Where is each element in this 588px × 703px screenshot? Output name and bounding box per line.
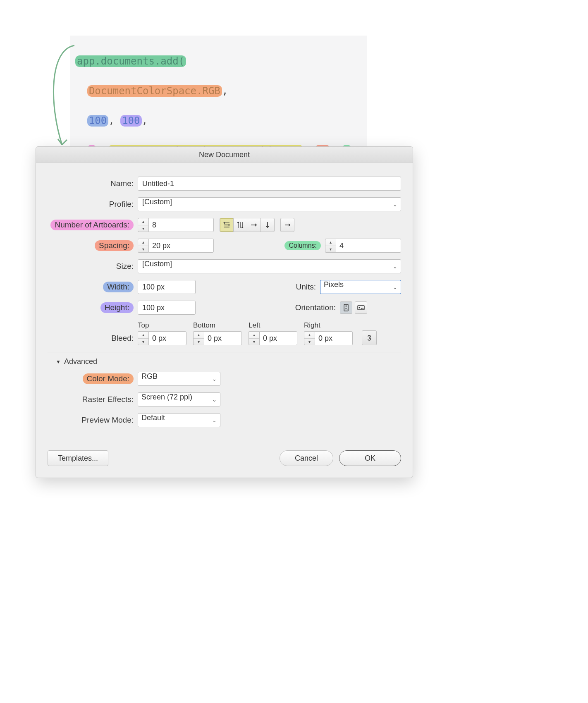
rtl-arrow-icon[interactable] — [280, 218, 294, 232]
preview-value: Default — [141, 414, 165, 422]
columns-label: Columns: — [284, 241, 321, 250]
bleed-bottom-header: Bottom — [193, 321, 215, 330]
advanced-disclosure[interactable]: ▼ Advanced — [56, 357, 401, 366]
bleed-top-header: Top — [138, 321, 149, 330]
code-width: 100 — [87, 115, 108, 127]
artboard-layout-group — [220, 218, 275, 232]
grid-by-col-icon[interactable] — [233, 218, 247, 232]
spacing-stepper[interactable]: ▴▾ — [138, 239, 214, 253]
chevron-down-icon[interactable]: ▾ — [138, 246, 148, 253]
chevron-down-icon: ⌄ — [212, 417, 217, 423]
chevron-down-icon[interactable]: ▾ — [138, 339, 148, 345]
templates-button[interactable]: Templates... — [48, 450, 108, 466]
chevron-up-icon[interactable]: ▴ — [325, 239, 336, 246]
code-colorspace: DocumentColorSpace.RGB — [87, 85, 222, 97]
grid-by-row-icon[interactable] — [220, 218, 234, 232]
size-label: Size: — [48, 262, 138, 271]
dialog-title: New Document — [36, 147, 413, 163]
new-document-dialog: New Document Name: Profile: [Custom] ⌄ N… — [36, 146, 413, 478]
orientation-label: Orientation: — [295, 303, 340, 312]
advanced-label: Advanced — [64, 357, 97, 366]
profile-select[interactable]: [Custom] ⌄ — [138, 197, 401, 211]
bleed-left-stepper[interactable]: ▴▾ — [249, 331, 297, 345]
code-fn: app.documents.add( — [75, 55, 186, 67]
chevron-up-icon[interactable]: ▴ — [304, 332, 315, 339]
artboards-stepper[interactable]: ▴▾ — [138, 218, 214, 232]
bleed-top-stepper[interactable]: ▴▾ — [138, 331, 186, 345]
bleed-left-header: Left — [249, 321, 260, 330]
chevron-down-icon[interactable]: ▾ — [325, 246, 336, 253]
artboards-value[interactable] — [148, 218, 214, 232]
svg-point-3 — [359, 307, 360, 308]
units-label: Units: — [296, 282, 320, 292]
chevron-up-icon[interactable]: ▴ — [138, 239, 148, 246]
ok-button[interactable]: OK — [339, 450, 401, 466]
chevron-up-icon[interactable]: ▴ — [249, 332, 259, 339]
col-icon[interactable] — [261, 218, 275, 232]
height-input[interactable] — [138, 301, 196, 315]
color-mode-value: RGB — [141, 372, 158, 380]
divider — [48, 352, 401, 352]
spacing-value[interactable] — [148, 239, 214, 253]
bleed-left-value[interactable] — [259, 331, 297, 345]
bleed-top-value[interactable] — [148, 331, 186, 345]
orientation-portrait-icon[interactable] — [340, 301, 352, 314]
columns-value[interactable] — [336, 239, 401, 253]
units-value: Pixels — [324, 280, 344, 289]
width-label: Width: — [103, 282, 134, 292]
chevron-down-icon: ⌄ — [212, 397, 217, 403]
height-label: Height: — [100, 302, 134, 313]
color-mode-select[interactable]: RGB ⌄ — [138, 372, 220, 386]
chevron-down-icon: ⌄ — [393, 263, 397, 270]
code-comma: , — [142, 115, 148, 127]
chevron-up-icon[interactable]: ▴ — [194, 332, 204, 339]
code-height: 100 — [120, 115, 141, 127]
bleed-right-value[interactable] — [315, 331, 353, 345]
cancel-button[interactable]: Cancel — [280, 450, 333, 466]
bleed-right-stepper[interactable]: ▴▾ — [304, 331, 353, 345]
chevron-down-icon: ⌄ — [393, 201, 397, 208]
raster-value: Screen (72 ppi) — [141, 393, 192, 401]
link-icon[interactable] — [362, 330, 377, 345]
bleed-bottom-value[interactable] — [204, 331, 242, 345]
profile-label: Profile: — [48, 200, 138, 209]
chevron-down-icon: ⌄ — [393, 284, 397, 290]
units-select[interactable]: Pixels ⌄ — [320, 280, 401, 294]
row-icon[interactable] — [247, 218, 261, 232]
chevron-up-icon[interactable]: ▴ — [138, 332, 148, 339]
bleed-bottom-stepper[interactable]: ▴▾ — [193, 331, 242, 345]
chevron-down-icon[interactable]: ▾ — [194, 339, 204, 345]
bleed-label: Bleed: — [48, 334, 138, 345]
code-comma: , — [108, 115, 114, 127]
preview-label: Preview Mode: — [48, 416, 138, 425]
bleed-right-header: Right — [304, 321, 320, 330]
profile-value: [Custom] — [142, 198, 172, 206]
preview-select[interactable]: Default ⌄ — [138, 413, 220, 427]
chevron-up-icon[interactable]: ▴ — [138, 218, 148, 225]
size-value: [Custom] — [142, 260, 172, 268]
raster-label: Raster Effects: — [48, 395, 138, 404]
orientation-landscape-icon[interactable] — [355, 301, 367, 314]
chevron-down-icon[interactable]: ▾ — [249, 339, 259, 345]
size-select[interactable]: [Custom] ⌄ — [138, 259, 401, 273]
spacing-label: Spacing: — [95, 240, 134, 251]
artboards-label: Number of Artboards: — [50, 220, 134, 230]
name-label: Name: — [48, 179, 138, 188]
name-input[interactable] — [138, 177, 401, 191]
code-comma: , — [222, 85, 228, 97]
raster-select[interactable]: Screen (72 ppi) ⌄ — [138, 392, 220, 406]
triangle-down-icon: ▼ — [56, 359, 61, 365]
chevron-down-icon[interactable]: ▾ — [304, 339, 315, 345]
chevron-down-icon: ⌄ — [212, 376, 217, 382]
width-input[interactable] — [138, 280, 196, 294]
columns-stepper[interactable]: ▴▾ — [325, 239, 401, 253]
color-mode-label: Color Mode: — [83, 373, 134, 384]
chevron-down-icon[interactable]: ▾ — [138, 225, 148, 232]
svg-point-1 — [345, 305, 347, 306]
